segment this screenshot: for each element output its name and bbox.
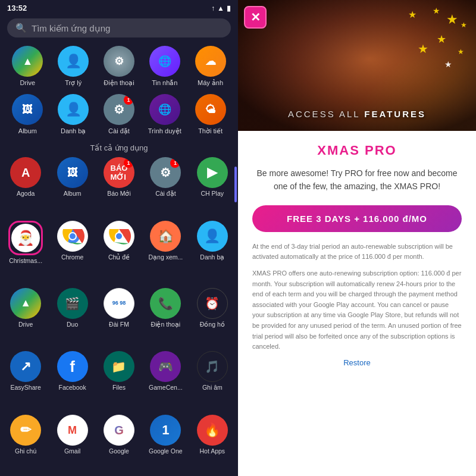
- agoda-icon: A: [21, 166, 30, 180]
- facebook-icon: f: [70, 358, 75, 376]
- promo-content: XMAS PRO Be more awesome! Try PRO for fr…: [238, 131, 476, 476]
- ghichu-label: Ghi chú: [15, 447, 36, 455]
- overlay-bold: FEATURES: [364, 109, 426, 119]
- search-icon: 🔍: [15, 23, 27, 33]
- clock: 13:52: [7, 4, 27, 12]
- quick-row-2: 🖼 Album 👤 Danh bạ ⚙ 1 Cài đặt 🌐 Trình du…: [0, 92, 238, 140]
- quick-danh-ba[interactable]: 👤 Danh bạ: [55, 94, 91, 135]
- status-icons: ↑ ▲ ▮: [211, 4, 231, 12]
- quick-danhba-label: Danh bạ: [61, 127, 86, 135]
- right-panel: ★ ★ ★ ★ ★ ★ ★ ★ ✕ ACCESS ALL FEATURES XM…: [238, 0, 476, 476]
- contacts2-icon: 👤: [204, 228, 220, 244]
- app-dien-thoai[interactable]: 📞 Điện thoại: [143, 288, 187, 347]
- app-google-one[interactable]: 1 Google One: [143, 415, 187, 474]
- promo-title-prefix: XMAS: [317, 143, 360, 158]
- google-label: Google: [109, 447, 129, 455]
- app-danh-ba[interactable]: 👤 Danh bạ: [190, 221, 234, 283]
- app-ch-play[interactable]: ▶ CH Play: [190, 157, 234, 216]
- app-ghi-chu[interactable]: ✏ Ghi chú: [4, 415, 48, 474]
- quick-troly-label: Trợ lý: [65, 79, 82, 87]
- star-8: ★: [444, 60, 452, 69]
- assistant-icon: 👤: [65, 54, 82, 69]
- quick-app-tro-ly[interactable]: 👤 Trợ lý: [55, 46, 91, 87]
- phone-icon: ⚙: [114, 55, 124, 68]
- app-album[interactable]: 🖼 Album: [50, 157, 94, 216]
- googleone-label: Google One: [149, 447, 183, 455]
- caidat-label: Cài đặt: [155, 190, 176, 198]
- duo-label: Duo: [67, 321, 78, 328]
- chrome-label: Chrome: [61, 253, 83, 261]
- quick-app-tin-nhan[interactable]: 🌐 Tin nhắn: [147, 46, 183, 87]
- app-gmail[interactable]: M Gmail: [50, 415, 94, 474]
- app-cai-dat[interactable]: ⚙ 1 Cài đặt: [143, 157, 187, 216]
- christmas-icon: 🎅: [17, 230, 35, 246]
- files-icon: 📁: [111, 359, 126, 374]
- drive-icon: ▲: [22, 55, 33, 68]
- dangxem-icon: 🏠: [158, 228, 174, 244]
- caidat-badge: 1: [170, 158, 180, 168]
- search-bar[interactable]: 🔍: [7, 18, 231, 37]
- quick-trinh-duyet[interactable]: 🌐 Trình duyệt: [147, 94, 183, 135]
- quick-camera-label: Máy ảnh: [198, 79, 223, 87]
- app-dang-xem[interactable]: 🏠 Dạng xem...: [143, 221, 187, 283]
- googleone-icon: 1: [162, 422, 169, 438]
- search-input[interactable]: [32, 23, 223, 33]
- quick-cai-dat[interactable]: ⚙ 1 Cài đặt: [101, 94, 137, 135]
- legal-text-2: XMAS PRO offers one auto-renewing subscr…: [252, 268, 462, 352]
- legal-text-1: At the end of 3-day trial period an auto…: [252, 242, 462, 262]
- battery-icon: ▮: [227, 4, 231, 12]
- wifi-icon: ▲: [217, 4, 224, 12]
- all-apps-section-label: Tất cả ứng dụng: [0, 140, 238, 155]
- restore-link[interactable]: Restore: [252, 358, 462, 367]
- files-label: Files: [112, 384, 126, 392]
- cta-button[interactable]: FREE 3 DAYS + 116.000 đ/MO: [252, 205, 462, 232]
- app-chrome[interactable]: Chrome: [50, 221, 94, 283]
- close-button[interactable]: ✕: [244, 6, 267, 29]
- app-facebook[interactable]: f Facebook: [50, 351, 94, 410]
- app-dai-fm[interactable]: 96 98 Đài FM: [97, 288, 141, 347]
- app-bao-moi[interactable]: BÁOMỚI 1 Báo Mới: [97, 157, 141, 216]
- app-dong-ho[interactable]: ⏰ Đồng hồ: [190, 288, 234, 347]
- app-files[interactable]: 📁 Files: [97, 351, 141, 410]
- baomoi-badge: 1: [124, 158, 133, 168]
- app-duo[interactable]: 🎬 Duo: [50, 288, 94, 347]
- app-ghi-am[interactable]: 🎵 Ghi âm: [190, 351, 234, 410]
- chplay-icon: ▶: [207, 165, 217, 180]
- app-drive[interactable]: ▲ Drive: [4, 288, 48, 347]
- app-easy-share[interactable]: ↗ EasyShare: [4, 351, 48, 410]
- clock-icon: ⏰: [205, 296, 220, 311]
- quick-app-may-anh[interactable]: ☁ Máy ảnh: [193, 46, 228, 87]
- album-label: Album: [64, 190, 82, 198]
- status-bar: 13:52 ↑ ▲ ▮: [0, 0, 238, 15]
- quick-phone-label: Điện thoại: [104, 79, 134, 87]
- settings-badge: 1: [124, 95, 133, 105]
- ghichu-icon: ✏: [20, 422, 31, 438]
- hotapps-label: Hot Apps: [199, 447, 225, 455]
- quick-app-drive[interactable]: ▲ Drive: [10, 46, 45, 87]
- quick-album-label: Album: [18, 127, 37, 134]
- drive2-icon: ▲: [20, 297, 31, 309]
- christmas-label: Christmas...: [9, 257, 42, 265]
- app-chu-de[interactable]: Chủ đề: [97, 221, 141, 283]
- promo-title-accent: PRO: [365, 143, 397, 158]
- phone2-icon: 📞: [158, 296, 173, 311]
- weather-icon: 🌤: [205, 104, 216, 116]
- app-christmas[interactable]: 🎅 Christmas...: [4, 221, 48, 283]
- danhba-label: Danh bạ: [200, 253, 224, 261]
- app-google[interactable]: G Google: [97, 415, 141, 474]
- gmail-icon: M: [68, 424, 77, 437]
- chude-label: Chủ đề: [108, 253, 130, 261]
- app-game-center[interactable]: 🎮 GameCen...: [143, 351, 187, 410]
- quick-album[interactable]: 🖼 Album: [10, 94, 45, 135]
- quick-app-dien-thoai[interactable]: ⚙ Điện thoại: [101, 46, 137, 87]
- star-5: ★: [408, 9, 416, 20]
- quick-thoi-tiet[interactable]: 🌤 Thời tiết: [193, 94, 228, 135]
- chplay-label: CH Play: [201, 190, 224, 198]
- quick-drive-label: Drive: [20, 79, 36, 86]
- ghiam-label: Ghi âm: [202, 384, 223, 392]
- star-2: ★: [433, 6, 440, 15]
- app-hot-apps[interactable]: 🔥 Hot Apps: [190, 415, 234, 474]
- scroll-indicator: [234, 167, 237, 202]
- app-agoda[interactable]: A Agoda: [4, 157, 48, 216]
- star-1: ★: [446, 12, 458, 27]
